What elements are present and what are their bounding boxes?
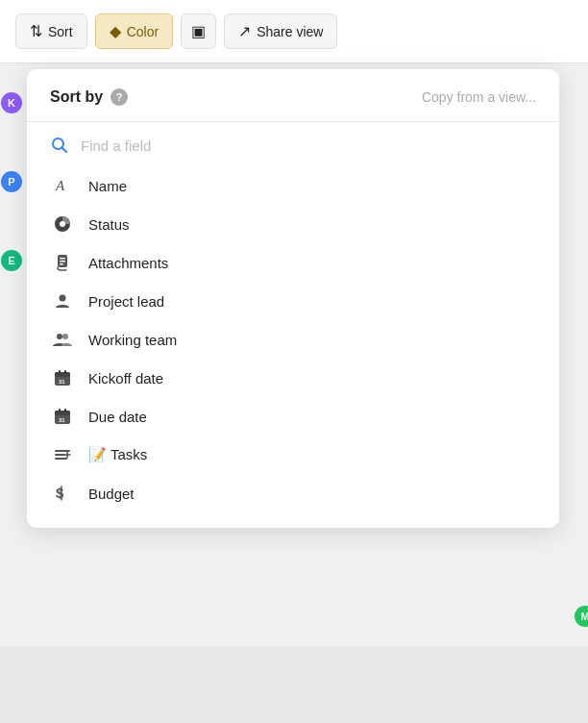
svg-rect-8 — [60, 263, 63, 265]
svg-point-9 — [60, 295, 66, 302]
toolbar: ⇅ Sort ◆ Color ▣ ↗ Share view — [0, 0, 588, 63]
svg-text:$: $ — [56, 485, 64, 501]
help-icon[interactable]: ? — [110, 88, 128, 106]
share-label: Share view — [257, 24, 323, 39]
search-row — [27, 122, 559, 162]
field-item-due-date[interactable]: 31 Due date — [27, 397, 559, 436]
person-icon — [50, 291, 75, 311]
name-icon: A — [50, 176, 75, 195]
status-icon — [50, 214, 75, 234]
field-item-budget[interactable]: $ Budget — [27, 474, 559, 512]
svg-point-11 — [62, 334, 68, 339]
svg-line-1 — [62, 148, 67, 153]
field-item-project-lead[interactable]: Project lead — [27, 282, 559, 320]
share-view-button[interactable]: ↗ Share view — [224, 13, 337, 49]
field-item-name[interactable]: A Name — [27, 166, 559, 205]
people-icon — [50, 330, 75, 349]
columns-icon: ▣ — [191, 22, 206, 40]
dropdown-title-group: Sort by ? — [50, 88, 128, 106]
left-sidebar: K P E — [0, 63, 23, 723]
field-item-kickoff-date[interactable]: 31 Kickoff date — [27, 359, 559, 397]
svg-text:31: 31 — [59, 379, 65, 385]
color-button[interactable]: ◆ Color — [95, 13, 173, 49]
svg-rect-13 — [55, 372, 70, 377]
sort-label: Sort — [48, 24, 73, 39]
svg-rect-15 — [64, 370, 66, 374]
tasks-icon — [50, 445, 75, 464]
svg-point-4 — [60, 221, 65, 227]
svg-rect-20 — [64, 409, 66, 412]
right-sidebar: M — [573, 63, 588, 723]
due-calendar-icon: 31 — [50, 407, 75, 426]
field-item-status[interactable]: Status — [27, 205, 559, 243]
avatar-e: E — [1, 250, 22, 271]
svg-rect-14 — [59, 370, 61, 374]
svg-text:A: A — [55, 178, 65, 193]
kickoff-calendar-icon: 31 — [50, 368, 75, 387]
svg-rect-6 — [60, 258, 65, 260]
field-label-project-lead: Project lead — [88, 293, 164, 310]
avatar-m: M — [575, 606, 588, 627]
columns-button[interactable]: ▣ — [181, 13, 216, 49]
field-label-status: Status — [88, 216, 130, 233]
field-label-budget: Budget — [88, 486, 135, 502]
sort-icon: ⇅ — [30, 22, 42, 40]
color-label: Color — [127, 24, 159, 39]
share-icon: ↗ — [238, 22, 251, 40]
field-label-name: Name — [88, 178, 127, 194]
copy-from-view-link[interactable]: Copy from a view... — [422, 89, 536, 105]
attachment-icon — [50, 253, 75, 272]
avatar-k: K — [1, 92, 22, 113]
field-item-attachments[interactable]: Attachments — [27, 243, 559, 282]
field-label-tasks: 📝 Tasks — [88, 446, 147, 463]
svg-text:31: 31 — [59, 417, 65, 423]
sort-by-title: Sort by — [50, 88, 103, 106]
field-item-tasks[interactable]: 📝 Tasks — [27, 436, 559, 474]
budget-icon: $ — [50, 484, 75, 503]
field-label-attachments: Attachments — [88, 255, 168, 271]
field-label-working-team: Working team — [88, 332, 177, 348]
sort-button[interactable]: ⇅ Sort — [15, 13, 87, 49]
field-list: A Name Status — [27, 162, 559, 516]
svg-rect-7 — [60, 261, 65, 262]
svg-rect-18 — [55, 411, 70, 415]
field-label-due-date: Due date — [88, 409, 147, 425]
sort-dropdown-panel: Sort by ? Copy from a view... A Name — [27, 69, 559, 528]
field-item-working-team[interactable]: Working team — [27, 320, 559, 359]
field-label-kickoff-date: Kickoff date — [88, 370, 163, 386]
search-icon — [50, 136, 69, 155]
color-icon: ◆ — [110, 22, 121, 40]
svg-rect-19 — [59, 409, 61, 412]
search-field-input[interactable] — [81, 137, 536, 154]
dropdown-header: Sort by ? Copy from a view... — [27, 88, 559, 122]
bottom-area — [0, 646, 588, 723]
svg-point-10 — [57, 334, 62, 339]
avatar-p: P — [1, 171, 22, 192]
